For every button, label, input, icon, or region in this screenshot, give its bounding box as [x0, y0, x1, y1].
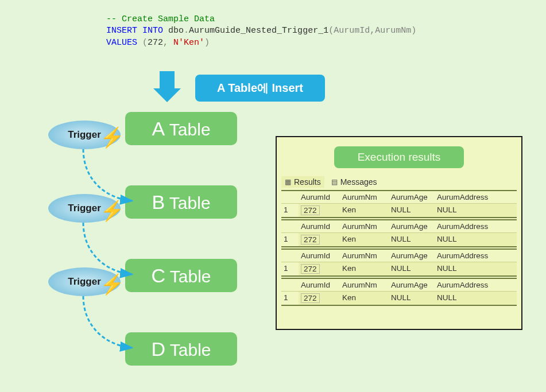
result-header-cell: AurumId — [299, 250, 340, 262]
cell: 272 — [299, 204, 340, 217]
results-tabs: ▦ Results ▤ Messages — [277, 175, 521, 190]
aurumid-cell: 272 — [301, 205, 320, 215]
cell: NULL — [435, 204, 504, 217]
result-group: AurumIdAurumNmAurumAgeAurumAddress1272Ke… — [281, 249, 517, 277]
result-header-cell: AurumAge — [389, 279, 435, 291]
lightning-icon: ⚡ — [100, 196, 124, 225]
trigger-label: Trigger — [68, 129, 101, 140]
sql-code: -- Create Sample Data INSERT INTO dbo.Au… — [106, 14, 416, 49]
cell: NULL — [435, 262, 504, 275]
arrow-down-icon — [153, 71, 181, 102]
cell: NULL — [389, 262, 435, 275]
result-groups: AurumIdAurumNmAurumAgeAurumAddress1272Ke… — [277, 190, 521, 306]
grid-icon: ▦ — [285, 178, 291, 186]
result-header-row: AurumIdAurumNmAurumAgeAurumAddress — [281, 250, 517, 262]
trigger-ellipse-3: Trigger ⚡ — [48, 267, 121, 296]
result-header-cell — [281, 220, 299, 232]
cell: Ken — [340, 204, 389, 217]
cell: Ken — [340, 262, 389, 275]
result-header-cell: AurumAge — [389, 250, 435, 262]
kw-insert: INSERT — [106, 26, 137, 36]
cell: Ken — [340, 233, 389, 246]
result-header-cell — [281, 279, 299, 291]
result-header-row: AurumIdAurumNmAurumAgeAurumAddress — [281, 279, 517, 291]
code-num: 272 — [148, 38, 163, 48]
results-panel: Execution results ▦ Results ▤ Messages A… — [276, 136, 522, 330]
code-close: ) — [204, 38, 210, 48]
result-header-row: AurumIdAurumNmAurumAgeAurumAddress — [281, 191, 517, 203]
trigger-label: Trigger — [68, 203, 101, 214]
table-box-c: C Table — [125, 259, 237, 292]
cell: 272 — [299, 262, 340, 275]
result-header-cell: AurumId — [299, 191, 340, 203]
result-header-cell: AurumNm — [340, 191, 389, 203]
result-header-cell — [281, 250, 299, 262]
result-data-row: 1272KenNULLNULL — [281, 291, 517, 306]
tab-messages[interactable]: ▤ Messages — [328, 176, 381, 188]
cell: NULL — [435, 233, 504, 246]
tab-messages-label: Messages — [340, 177, 377, 187]
cell: 272 — [299, 233, 340, 246]
code-string: N'Ken' — [173, 38, 204, 48]
result-data-row: 1272KenNULLNULL — [281, 232, 517, 247]
cell: NULL — [389, 233, 435, 246]
result-group: AurumIdAurumNmAurumAgeAurumAddress1272Ke… — [281, 190, 517, 218]
result-header-cell — [281, 191, 299, 203]
result-group: AurumIdAurumNmAurumAgeAurumAddress1272Ke… — [281, 278, 517, 306]
result-header-cell: AurumId — [299, 279, 340, 291]
tab-results[interactable]: ▦ Results — [281, 176, 324, 188]
code-comment: -- Create Sample Data — [106, 14, 215, 24]
kw-values: VALUES — [106, 38, 137, 48]
result-header-row: AurumIdAurumNmAurumAgeAurumAddress — [281, 220, 517, 232]
lightning-icon: ⚡ — [100, 270, 124, 298]
result-header-cell: AurumId — [299, 220, 340, 232]
result-header-cell: AurumAddress — [435, 279, 504, 291]
result-group: AurumIdAurumNmAurumAgeAurumAddress1272Ke… — [281, 219, 517, 247]
messages-icon: ▤ — [331, 178, 338, 186]
kw-into: INTO — [142, 26, 163, 36]
code-cols: (AurumId,AurumNm) — [328, 26, 416, 36]
cell: NULL — [389, 204, 435, 217]
result-data-row: 1272KenNULLNULL — [281, 262, 517, 277]
table-box-d: D Table — [125, 332, 237, 366]
table-box-b: B Table — [125, 185, 237, 219]
trigger-label: Trigger — [68, 276, 101, 287]
cell: NULL — [389, 292, 435, 305]
row-number-cell: 1 — [281, 262, 299, 275]
aurumid-cell: 272 — [301, 235, 320, 244]
row-number-cell: 1 — [281, 204, 299, 217]
cell: Ken — [340, 292, 389, 305]
result-header-cell: AurumAddress — [435, 191, 504, 203]
result-header-cell: AurumNm — [340, 279, 389, 291]
cell: NULL — [435, 292, 504, 305]
trigger-ellipse-2: Trigger ⚡ — [48, 194, 121, 223]
code-table: AurumGuide_Nested_Trigger_1 — [189, 26, 328, 36]
lightning-icon: ⚡ — [100, 123, 124, 152]
row-number-cell: 1 — [281, 233, 299, 246]
row-number-cell: 1 — [281, 292, 299, 305]
result-header-cell: AurumAge — [389, 191, 435, 203]
code-schema: dbo — [168, 26, 184, 36]
result-data-row: 1272KenNULLNULL — [281, 203, 517, 218]
code-open: ( — [142, 38, 148, 48]
insert-badge: A Table에 Insert — [195, 75, 325, 102]
result-header-cell: AurumAddress — [435, 250, 504, 262]
result-header-cell: AurumNm — [340, 250, 389, 262]
code-dot: . — [184, 26, 189, 36]
result-header-cell: AurumNm — [340, 220, 389, 232]
code-comma: , — [163, 38, 173, 48]
results-title: Execution results — [334, 146, 464, 168]
result-header-cell: AurumAddress — [435, 220, 504, 232]
aurumid-cell: 272 — [301, 293, 320, 303]
tab-results-label: Results — [294, 177, 321, 187]
aurumid-cell: 272 — [301, 264, 320, 274]
table-box-a: A Table — [125, 112, 237, 145]
trigger-ellipse-1: Trigger ⚡ — [48, 121, 121, 149]
result-header-cell: AurumAge — [389, 220, 435, 232]
cell: 272 — [299, 292, 340, 305]
